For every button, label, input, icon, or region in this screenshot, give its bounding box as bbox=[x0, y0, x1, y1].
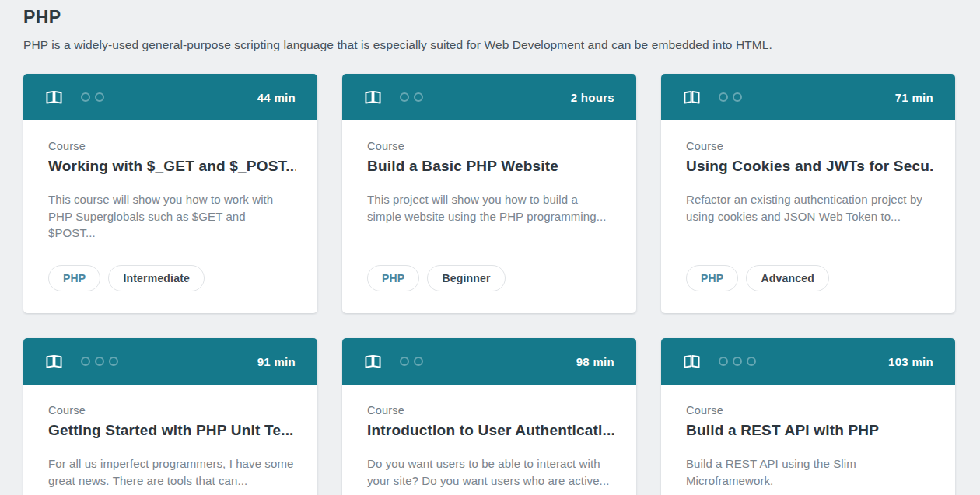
page-subtitle: PHP is a widely-used general-purpose scr… bbox=[23, 38, 957, 52]
course-title: Introduction to User Authenticati... bbox=[367, 422, 614, 439]
course-title: Build a Basic PHP Website bbox=[367, 158, 614, 175]
card-body: Course Introduction to User Authenticati… bbox=[342, 385, 636, 495]
topic-tag[interactable]: PHP bbox=[48, 265, 100, 291]
topic-tag[interactable]: PHP bbox=[367, 265, 419, 291]
level-tag[interactable]: Advanced bbox=[746, 265, 829, 291]
duration-label: 91 min bbox=[257, 355, 296, 368]
hollow-circle-dot bbox=[719, 92, 728, 102]
card-body: Course Using Cookies and JWTs for Secu..… bbox=[661, 120, 955, 313]
open-book-icon bbox=[683, 89, 701, 106]
hollow-circle-dot bbox=[733, 357, 742, 366]
hollow-circle-dot bbox=[400, 357, 409, 366]
course-card[interactable]: 91 min Course Getting Started with PHP U… bbox=[23, 338, 317, 495]
course-card[interactable]: 98 min Course Introduction to User Authe… bbox=[342, 338, 636, 495]
progress-dots bbox=[719, 357, 756, 366]
course-title: Using Cookies and JWTs for Secu... bbox=[686, 158, 933, 175]
content-kind-label: Course bbox=[686, 140, 933, 152]
progress-dots bbox=[81, 357, 118, 366]
hollow-circle-dot bbox=[414, 92, 423, 102]
page-header: PHP PHP is a widely-used general-purpose… bbox=[0, 0, 980, 52]
card-header: 2 hours bbox=[342, 74, 636, 120]
hollow-circle-dot bbox=[733, 92, 742, 102]
card-header: 98 min bbox=[342, 338, 636, 385]
course-description: Build a REST API using the Slim Microfra… bbox=[686, 455, 933, 489]
course-card[interactable]: 44 min Course Working with $_GET and $_P… bbox=[23, 74, 317, 313]
progress-dots bbox=[400, 357, 423, 366]
content-kind-label: Course bbox=[367, 404, 614, 417]
course-description: For all us imperfect programmers, I have… bbox=[48, 455, 296, 489]
course-description: Refactor an existing authentication proj… bbox=[686, 191, 933, 225]
hollow-circle-dot bbox=[81, 92, 90, 102]
level-tag[interactable]: Beginner bbox=[427, 265, 505, 291]
hollow-circle-dot bbox=[95, 92, 104, 102]
open-book-icon bbox=[45, 354, 63, 370]
hollow-circle-dot bbox=[109, 357, 118, 366]
course-description: This course will show you how to work wi… bbox=[48, 191, 296, 242]
content-kind-label: Course bbox=[48, 140, 296, 152]
card-body: Course Build a REST API with PHP Build a… bbox=[661, 385, 955, 495]
course-title: Working with $_GET and $_POST... bbox=[48, 158, 296, 175]
hollow-circle-dot bbox=[719, 357, 728, 366]
course-title: Getting Started with PHP Unit Te... bbox=[48, 422, 296, 439]
open-book-icon bbox=[364, 89, 382, 106]
duration-label: 71 min bbox=[895, 91, 933, 104]
card-body: Course Build a Basic PHP Website This pr… bbox=[342, 120, 636, 313]
hollow-circle-dot bbox=[95, 357, 104, 366]
course-card-grid: 44 min Course Working with $_GET and $_P… bbox=[0, 74, 980, 495]
course-card[interactable]: 71 min Course Using Cookies and JWTs for… bbox=[661, 74, 955, 313]
open-book-icon bbox=[364, 354, 382, 370]
hollow-circle-dot bbox=[414, 357, 423, 366]
content-kind-label: Course bbox=[686, 404, 933, 417]
course-description: Do you want users to be able to interact… bbox=[367, 455, 614, 489]
level-tag[interactable]: Intermediate bbox=[108, 265, 205, 291]
content-kind-label: Course bbox=[48, 404, 296, 417]
course-title: Build a REST API with PHP bbox=[686, 422, 933, 439]
page-title: PHP bbox=[23, 7, 957, 28]
tag-list: PHP Advanced bbox=[686, 265, 933, 291]
duration-label: 98 min bbox=[576, 355, 614, 368]
open-book-icon bbox=[683, 354, 701, 370]
open-book-icon bbox=[45, 89, 63, 106]
tag-list: PHP Intermediate bbox=[48, 265, 296, 291]
course-card[interactable]: 2 hours Course Build a Basic PHP Website… bbox=[342, 74, 636, 313]
content-kind-label: Course bbox=[367, 140, 614, 152]
card-header: 91 min bbox=[23, 338, 317, 385]
card-header: 103 min bbox=[661, 338, 955, 385]
card-body: Course Getting Started with PHP Unit Te.… bbox=[23, 385, 317, 495]
progress-dots bbox=[81, 92, 104, 102]
card-body: Course Working with $_GET and $_POST... … bbox=[23, 120, 317, 313]
duration-label: 2 hours bbox=[571, 91, 614, 104]
progress-dots bbox=[400, 92, 423, 102]
course-description: This project will show you how to build … bbox=[367, 191, 614, 225]
card-header: 71 min bbox=[661, 74, 955, 120]
duration-label: 103 min bbox=[888, 355, 933, 368]
topic-tag[interactable]: PHP bbox=[686, 265, 738, 291]
duration-label: 44 min bbox=[257, 91, 296, 104]
card-header: 44 min bbox=[23, 74, 317, 120]
hollow-circle-dot bbox=[747, 357, 756, 366]
course-card[interactable]: 103 min Course Build a REST API with PHP… bbox=[661, 338, 955, 495]
hollow-circle-dot bbox=[81, 357, 90, 366]
tag-list: PHP Beginner bbox=[367, 265, 614, 291]
hollow-circle-dot bbox=[400, 92, 409, 102]
progress-dots bbox=[719, 92, 742, 102]
